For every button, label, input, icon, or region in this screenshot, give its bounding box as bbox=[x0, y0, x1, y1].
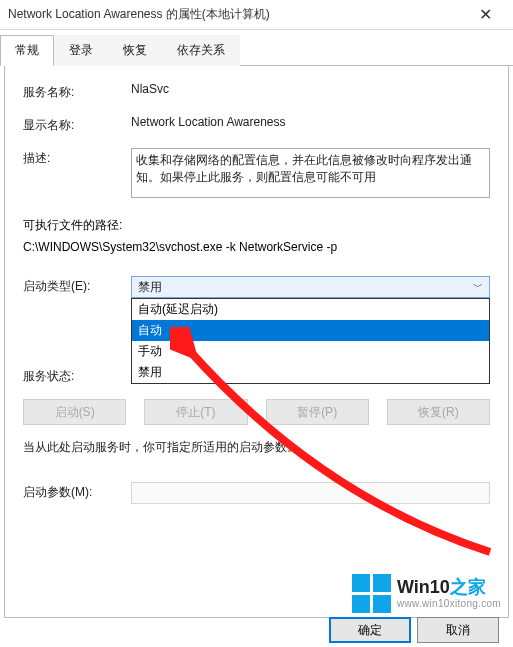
service-name-label: 服务名称: bbox=[23, 82, 131, 101]
startup-type-select[interactable]: 禁用 ﹀ 自动(延迟启动) 自动 手动 禁用 bbox=[131, 276, 490, 298]
option-manual[interactable]: 手动 bbox=[132, 341, 489, 362]
watermark: Win10之家 www.win10xitong.com bbox=[352, 574, 501, 613]
exe-path-value: C:\WINDOWS\System32\svchost.exe -k Netwo… bbox=[23, 237, 490, 259]
ok-button[interactable]: 确定 bbox=[329, 617, 411, 643]
stop-button: 停止(T) bbox=[144, 399, 247, 425]
close-icon[interactable]: ✕ bbox=[465, 1, 505, 29]
start-params-label: 启动参数(M): bbox=[23, 482, 131, 501]
resume-button: 恢复(R) bbox=[387, 399, 490, 425]
window-title: Network Location Awareness 的属性(本地计算机) bbox=[8, 6, 465, 23]
startup-hint: 当从此处启动服务时，你可指定所适用的启动参数。 bbox=[23, 439, 490, 456]
service-name-value: NlaSvc bbox=[131, 82, 490, 96]
option-auto[interactable]: 自动 bbox=[132, 320, 489, 341]
display-name-label: 显示名称: bbox=[23, 115, 131, 134]
description-text[interactable]: 收集和存储网络的配置信息，并在此信息被修改时向程序发出通知。如果停止此服务，则配… bbox=[131, 148, 490, 198]
chevron-down-icon: ﹀ bbox=[473, 280, 483, 294]
tab-general[interactable]: 常规 bbox=[0, 35, 54, 66]
option-auto-delayed[interactable]: 自动(延迟启动) bbox=[132, 299, 489, 320]
start-params-input bbox=[131, 482, 490, 504]
cancel-button[interactable]: 取消 bbox=[417, 617, 499, 643]
option-disabled[interactable]: 禁用 bbox=[132, 362, 489, 383]
exe-path-label: 可执行文件的路径: bbox=[23, 215, 490, 237]
windows-logo-icon bbox=[352, 574, 391, 613]
general-panel: 服务名称: NlaSvc 显示名称: Network Location Awar… bbox=[4, 66, 509, 618]
tab-dependencies[interactable]: 依存关系 bbox=[162, 35, 240, 66]
service-status-label: 服务状态: bbox=[23, 366, 131, 385]
tab-logon[interactable]: 登录 bbox=[54, 35, 108, 66]
start-button: 启动(S) bbox=[23, 399, 126, 425]
startup-type-value: 禁用 bbox=[138, 279, 162, 296]
pause-button: 暂停(P) bbox=[266, 399, 369, 425]
description-label: 描述: bbox=[23, 148, 131, 167]
tab-recovery[interactable]: 恢复 bbox=[108, 35, 162, 66]
startup-type-label: 启动类型(E): bbox=[23, 276, 131, 295]
display-name-value: Network Location Awareness bbox=[131, 115, 490, 129]
tab-bar: 常规 登录 恢复 依存关系 bbox=[0, 34, 513, 66]
startup-type-dropdown: 自动(延迟启动) 自动 手动 禁用 bbox=[131, 298, 490, 384]
